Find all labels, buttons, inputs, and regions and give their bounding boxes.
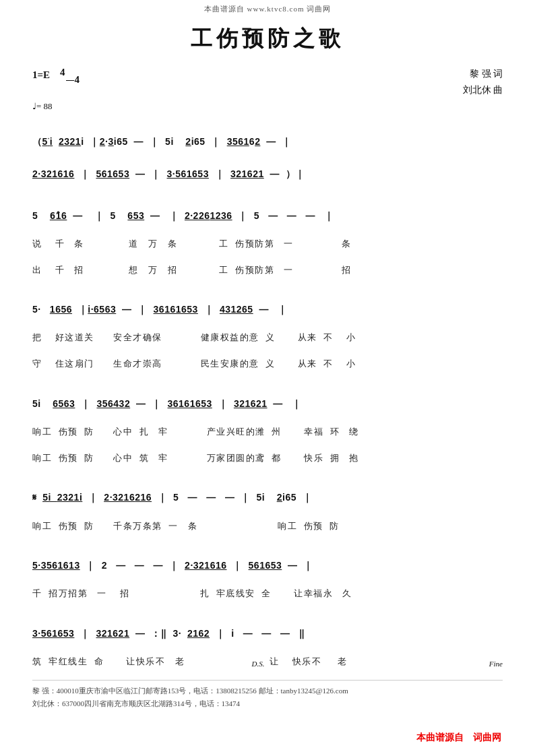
final-lyric-row: 筑 牢红线生 命 让快乐不 老 D.S. 让 快乐不 老 Fine — [32, 641, 503, 668]
verse1-lyric1: 说 千 条 道 万 条 工 伤预防第 一 条 — [32, 224, 503, 250]
verse1-notation: 5 6̂16 — ｜ 5 653 — ｜ 2·2261236 ｜ 5 — — —… — [32, 192, 503, 224]
coda-lyric: 千 招万招第 一 招 扎 牢底线安 全 让幸福永 久 — [32, 574, 503, 600]
footer-line1: 黎 强：400010重庆市渝中区临江门邮寄路153号，电话：1380821525… — [32, 685, 503, 697]
footer-info: 黎 强：400010重庆市渝中区临江门邮寄路153号，电话：1380821525… — [32, 680, 503, 710]
intro-notation: （5·i 2321i ｜2·3i65 — ｜ 5i 2i65 ｜ 356162 … — [32, 119, 503, 151]
intro-notation2: 2·321616 ｜ 561653 — ｜ 3·561653 ｜ 321621 … — [32, 150, 503, 183]
verse1-lyric2: 出 千 招 想 万 招 工 伤预防第 一 招 — [32, 250, 503, 276]
key-time: 1=E 44 — [32, 66, 80, 86]
chorus-section: 5i 6563 ｜ 356432 — ｜ 36161653 ｜ 321621 —… — [32, 380, 503, 465]
intro-section: （5·i 2321i ｜2·3i65 — ｜ 5i 2i65 ｜ 356162 … — [32, 119, 503, 183]
verse2-lyric1: 把 好这道关 安全才确保 健康权益的意 义 从来 不 小 — [32, 318, 503, 344]
lyricist-label: 黎 强 词 — [463, 66, 503, 82]
final-section: 3·561653 ｜ 321621 — ：‖ 3· 2162 ｜ i — — —… — [32, 610, 503, 668]
verse2-lyric2: 守 住这扇门 生命才崇高 民生安康的意 义 从来 不 小 — [32, 344, 503, 371]
fine-label: Fine — [489, 660, 503, 668]
coda-section: 5·3561613 ｜ 2 — — — ｜ 2·321616 ｜ 561653 … — [32, 542, 503, 600]
final-lyric2: 让 快乐不 老 — [270, 641, 483, 668]
author-info: 黎 强 词 刘北休 曲 — [463, 66, 503, 98]
verse1-section: 5 6̂16 — ｜ 5 653 — ｜ 2·2261236 ｜ 5 — — —… — [32, 192, 503, 277]
final-lyric1: 筑 牢红线生 命 让快乐不 老 — [32, 641, 246, 668]
verse2-section: 5· 1656 ｜i·6563 — ｜ 36161653 ｜ 431265 — … — [32, 286, 503, 371]
time-signature: 44 — [60, 69, 80, 84]
tempo: ♩= 88 — [32, 101, 503, 112]
footer-line2: 刘北休：637000四川省南充市顺庆区北湖路314号，电话：13474 — [32, 697, 503, 710]
header-row: 1=E 44 黎 强 词 刘北休 曲 — [32, 66, 503, 98]
footer-brand: 本曲谱源自 词曲网 — [416, 732, 501, 744]
bridge-lyric: 响工 伤预 防 千条万条第 一 条 响工 伤预 防 — [32, 506, 503, 532]
composer-label: 刘北休 曲 — [463, 82, 503, 98]
page-title: 工伤预防之歌 — [32, 24, 503, 54]
bridge-notation: 𝄋 5i 2321i ｜ 2·3216216 ｜ 5 — — — ｜ 5i 2i… — [32, 474, 503, 507]
chorus-lyric1: 响工 伤预 防 心中 扎 牢 产业兴旺的潍 州 幸福 环 绕 — [32, 412, 503, 439]
watermark-top: 本曲谱源自 www.ktvc8.com 词曲网 — [0, 4, 535, 14]
chorus-lyric2: 响工 伤预 防 心中 筑 牢 万家团圆的鸢 都 快乐 拥 抱 — [32, 439, 503, 465]
key-label: 1=E — [32, 69, 50, 80]
final-notation: 3·561653 ｜ 321621 — ：‖ 3· 2162 ｜ i — — —… — [32, 610, 503, 642]
verse2-notation: 5· 1656 ｜i·6563 — ｜ 36161653 ｜ 431265 — … — [32, 286, 503, 318]
ds-label: D.S. — [251, 660, 264, 668]
chorus-notation: 5i 6563 ｜ 356432 — ｜ 36161653 ｜ 321621 —… — [32, 380, 503, 412]
bridge-section: 𝄋 5i 2321i ｜ 2·3216216 ｜ 5 — — — ｜ 5i 2i… — [32, 474, 503, 533]
coda-notation: 5·3561613 ｜ 2 — — — ｜ 2·321616 ｜ 561653 … — [32, 542, 503, 574]
